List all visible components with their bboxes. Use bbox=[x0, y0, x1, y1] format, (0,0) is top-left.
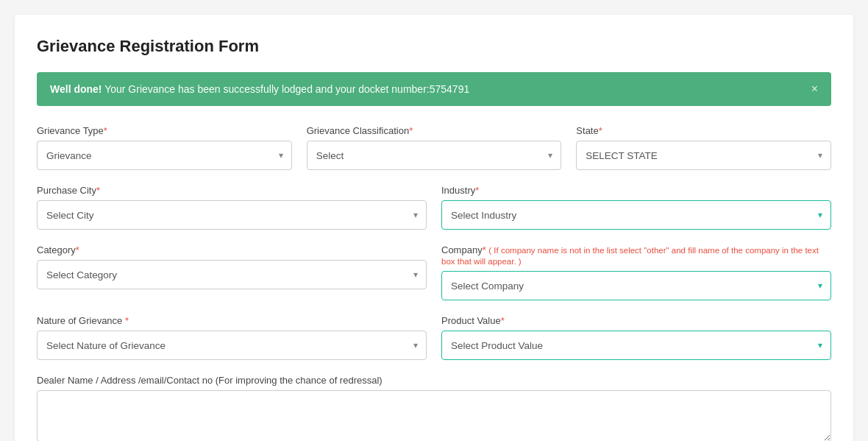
product-value-select[interactable]: Select Product Value Below 1000 1000-500… bbox=[441, 331, 831, 360]
industry-select[interactable]: Select Industry Automotive Electronics F… bbox=[441, 200, 831, 230]
product-value-select-wrapper: Select Product Value Below 1000 1000-500… bbox=[441, 331, 831, 360]
category-group: Category* Select Category Product Servic… bbox=[37, 244, 427, 289]
state-group: State* SELECT STATE Maharashtra Delhi Ka… bbox=[576, 125, 831, 170]
category-label: Category* bbox=[37, 244, 427, 255]
form-row-4: Nature of Grievance * Select Nature of G… bbox=[37, 315, 831, 360]
purchase-city-group: Purchase City* Select City Mumbai Pune D… bbox=[37, 185, 427, 230]
grievance-type-group: Grievance Type* Grievance Complaint Feed… bbox=[37, 125, 292, 170]
nature-of-grievance-label: Nature of Grievance * bbox=[37, 315, 427, 326]
state-label: State* bbox=[576, 125, 831, 136]
success-banner: Well done! Your Grievance has been succe… bbox=[37, 72, 831, 106]
grievance-type-select-wrapper: Grievance Complaint Feedback ▾ bbox=[37, 141, 292, 170]
industry-label: Industry* bbox=[441, 185, 831, 196]
purchase-city-select[interactable]: Select City Mumbai Pune Delhi bbox=[37, 200, 427, 230]
success-message: Well done! Your Grievance has been succe… bbox=[50, 83, 469, 95]
success-text: Your Grievance has been successfully lod… bbox=[102, 83, 470, 95]
dealer-info-textarea[interactable] bbox=[37, 390, 831, 441]
grievance-classification-select[interactable]: Select Type 1 Type 2 bbox=[307, 141, 562, 170]
dealer-info-group: Dealer Name / Address /email/Contact no … bbox=[37, 375, 831, 441]
grievance-classification-select-wrapper: Select Type 1 Type 2 ▾ bbox=[307, 141, 562, 170]
form-row-3: Category* Select Category Product Servic… bbox=[37, 244, 831, 300]
nature-of-grievance-select-wrapper: Select Nature of Grievance Defective Pro… bbox=[37, 331, 427, 360]
state-select-wrapper: SELECT STATE Maharashtra Delhi Karnataka… bbox=[576, 141, 831, 170]
category-select[interactable]: Select Category Product Service Delivery bbox=[37, 260, 427, 289]
dealer-info-label: Dealer Name / Address /email/Contact no … bbox=[37, 375, 831, 386]
grievance-type-label: Grievance Type* bbox=[37, 125, 292, 136]
nature-of-grievance-select[interactable]: Select Nature of Grievance Defective Pro… bbox=[37, 331, 427, 360]
grievance-type-select[interactable]: Grievance Complaint Feedback bbox=[37, 141, 292, 170]
industry-select-wrapper: Select Industry Automotive Electronics F… bbox=[441, 200, 831, 230]
company-label: Company* ( If company name is not in the… bbox=[441, 244, 831, 267]
company-select-wrapper: Select Company Company A Company B Other… bbox=[441, 271, 831, 300]
form-row-2: Purchase City* Select City Mumbai Pune D… bbox=[37, 185, 831, 230]
company-group: Company* ( If company name is not in the… bbox=[441, 244, 831, 300]
close-icon[interactable]: × bbox=[811, 82, 818, 96]
purchase-city-select-wrapper: Select City Mumbai Pune Delhi ▾ bbox=[37, 200, 427, 230]
nature-of-grievance-group: Nature of Grievance * Select Nature of G… bbox=[37, 315, 427, 360]
form-row-5: Dealer Name / Address /email/Contact no … bbox=[37, 375, 831, 441]
company-select[interactable]: Select Company Company A Company B Other bbox=[441, 271, 831, 300]
form-row-1: Grievance Type* Grievance Complaint Feed… bbox=[37, 125, 831, 170]
form-container: Grievance Registration Form Well done! Y… bbox=[15, 15, 853, 441]
company-hint: ( If company name is not in the list sel… bbox=[441, 246, 819, 266]
success-bold: Well done! bbox=[50, 83, 102, 95]
grievance-classification-label: Grievance Classification* bbox=[307, 125, 562, 136]
product-value-group: Product Value* Select Product Value Belo… bbox=[441, 315, 831, 360]
industry-group: Industry* Select Industry Automotive Ele… bbox=[441, 185, 831, 230]
page-title: Grievance Registration Form bbox=[37, 37, 831, 56]
state-select[interactable]: SELECT STATE Maharashtra Delhi Karnataka bbox=[576, 141, 831, 170]
grievance-classification-group: Grievance Classification* Select Type 1 … bbox=[307, 125, 562, 170]
product-value-label: Product Value* bbox=[441, 315, 831, 326]
category-select-wrapper: Select Category Product Service Delivery… bbox=[37, 260, 427, 289]
purchase-city-label: Purchase City* bbox=[37, 185, 427, 196]
